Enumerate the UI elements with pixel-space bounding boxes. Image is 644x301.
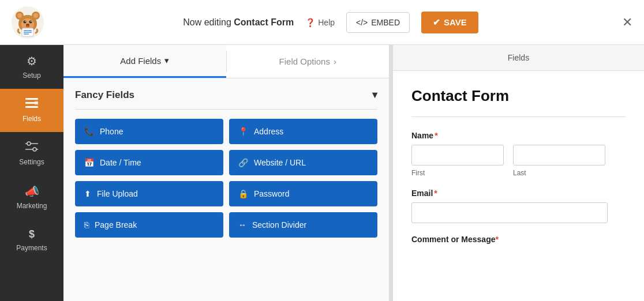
name-sublabels: First Last: [411, 169, 626, 177]
sidebar-item-setup[interactable]: ⚙ Setup: [0, 45, 63, 89]
email-input[interactable]: [411, 202, 608, 223]
field-button-section-divider[interactable]: ↔ Section Divider: [229, 212, 377, 238]
form-title: Contact Form: [411, 87, 626, 105]
email-field-label: Email*: [411, 189, 626, 198]
fancy-fields-header: Fancy Fields ▾: [63, 78, 389, 109]
logo: [12, 6, 44, 39]
lock-icon: 🔒: [238, 189, 248, 198]
field-button-password[interactable]: 🔒 Password: [229, 181, 377, 206]
field-button-address[interactable]: 📍 Address: [229, 119, 377, 144]
sidebar-label-settings: Settings: [19, 158, 44, 166]
sidebar-label-marketing: Marketing: [17, 202, 47, 210]
topbar: Now editing Contact Form ❓ Help </> EMBE…: [0, 0, 644, 45]
form-title-divider: [411, 116, 626, 117]
field-button-website[interactable]: 🔗 Website / URL: [229, 150, 377, 175]
save-button[interactable]: ✔ SAVE: [421, 12, 478, 33]
svg-point-23: [33, 148, 36, 151]
svg-point-8: [29, 20, 32, 23]
main-layout: ⚙ Setup Fields: [0, 45, 644, 301]
megaphone-icon: 📣: [25, 185, 39, 198]
first-sublabel: First: [411, 169, 504, 177]
editing-text: Now editing Contact Form: [183, 17, 294, 28]
chevron-right-icon: ›: [334, 57, 336, 66]
page-break-icon: ⎘: [84, 220, 89, 229]
form-preview-header: Fields: [393, 45, 644, 71]
comment-field-label: Comment or Message*: [411, 235, 626, 244]
svg-rect-16: [25, 98, 38, 100]
field-button-file-upload[interactable]: ⬆ File Upload: [75, 181, 223, 206]
sidebar-item-settings[interactable]: Settings: [0, 132, 63, 175]
form-preview-panel: Fields Contact Form Name* First Last Ema…: [393, 45, 644, 301]
svg-rect-18: [25, 106, 38, 108]
help-button[interactable]: ❓ Help: [305, 18, 335, 27]
checkmark-icon: ✔: [433, 17, 440, 28]
svg-point-7: [24, 20, 27, 23]
topbar-center: Now editing Contact Form ❓ Help </> EMBE…: [53, 12, 608, 33]
sidebar: ⚙ Setup Fields: [0, 45, 63, 301]
form-preview-content: Contact Form Name* First Last Email*: [393, 71, 644, 260]
name-required-star: *: [435, 131, 437, 140]
field-button-page-break[interactable]: ⎘ Page Break: [75, 212, 223, 238]
svg-point-10: [31, 21, 32, 22]
link-icon: 🔗: [238, 158, 248, 167]
question-icon: ❓: [305, 18, 315, 27]
sidebar-item-payments[interactable]: $ Payments: [0, 219, 63, 261]
last-sublabel: Last: [513, 169, 605, 177]
sidebar-item-marketing[interactable]: 📣 Marketing: [0, 175, 63, 219]
sidebar-label-setup: Setup: [23, 72, 40, 80]
name-field-label: Name*: [411, 131, 626, 140]
comment-required-star: *: [495, 235, 498, 244]
fields-panel: Add Fields ▾ Field Options › Fancy Field…: [63, 45, 390, 301]
svg-point-11: [26, 24, 29, 26]
sidebar-item-fields[interactable]: Fields: [0, 89, 63, 132]
sliders-icon: [25, 141, 38, 155]
address-pin-icon: 📍: [238, 127, 248, 136]
fancy-fields-divider: [75, 109, 377, 110]
fancy-fields-label: Fancy Fields: [75, 89, 134, 101]
field-button-datetime[interactable]: 📅 Date / Time: [75, 150, 223, 175]
svg-point-20: [27, 142, 31, 145]
name-first-input[interactable]: [411, 145, 504, 165]
phone-icon: 📞: [84, 127, 94, 136]
svg-point-5: [33, 13, 38, 18]
tab-add-fields[interactable]: Add Fields ▾: [63, 45, 226, 78]
close-button[interactable]: ✕: [622, 15, 632, 30]
chevron-down-icon: ▾: [164, 55, 169, 66]
tab-field-options[interactable]: Field Options ›: [227, 45, 390, 78]
gear-icon: ⚙: [27, 54, 37, 68]
sidebar-label-fields: Fields: [23, 115, 41, 123]
fields-tabs: Add Fields ▾ Field Options ›: [63, 45, 389, 78]
upload-icon: ⬆: [84, 189, 91, 198]
embed-button[interactable]: </> EMBED: [346, 12, 410, 33]
svg-rect-19: [35, 101, 38, 105]
name-inputs-row: [411, 145, 626, 165]
dollar-icon: $: [29, 228, 35, 240]
field-button-phone[interactable]: 📞 Phone: [75, 119, 223, 144]
svg-point-4: [17, 13, 22, 18]
email-section: Email*: [411, 189, 626, 223]
comment-section: Comment or Message*: [411, 235, 626, 244]
sidebar-label-payments: Payments: [16, 244, 47, 252]
code-icon: </>: [356, 18, 368, 27]
section-divider-icon: ↔: [238, 220, 246, 229]
name-last-input[interactable]: [513, 145, 605, 165]
email-required-star: *: [434, 189, 437, 198]
svg-point-9: [25, 21, 26, 22]
fancy-fields-chevron[interactable]: ▾: [372, 89, 377, 101]
fields-icon: [25, 98, 38, 111]
field-buttons-grid: 📞 Phone 📍 Address 📅 Date / Time 🔗 Websit…: [63, 119, 389, 238]
calendar-icon: 📅: [84, 158, 94, 167]
